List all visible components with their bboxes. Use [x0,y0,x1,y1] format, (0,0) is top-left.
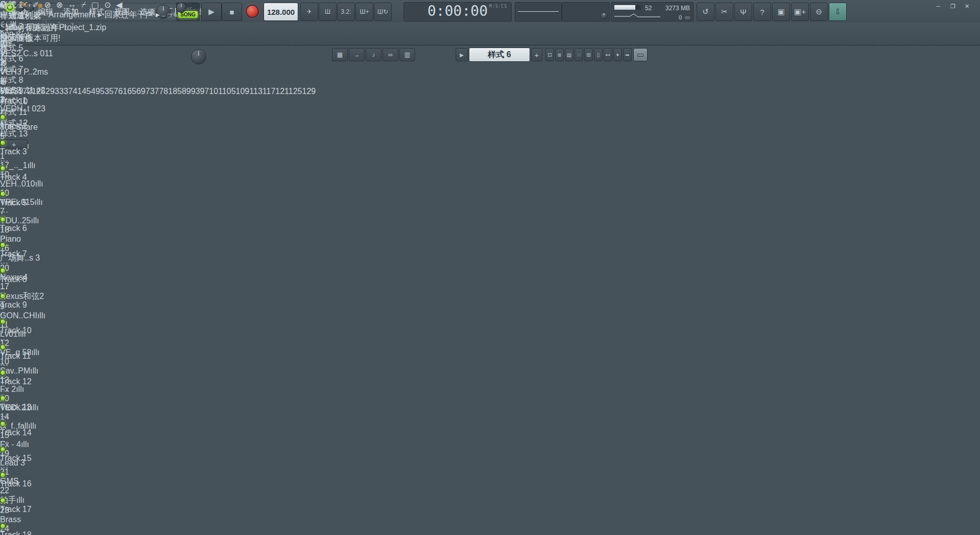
maximize-button[interactable]: ❐ [950,3,963,13]
mic-record-icon[interactable]: Ψ [734,3,752,21]
track-menu-dots[interactable]: ··· [0,131,444,140]
save-icon[interactable]: ▣ [772,3,790,21]
track-header-11[interactable]: Track 11··· [0,352,444,377]
auto-source-icon[interactable]: ⌁ [0,30,444,40]
project-info-icon[interactable]: ▯ [594,48,603,61]
track-enable-led[interactable] [0,191,6,197]
browser-icon[interactable]: ⊞ [584,48,593,61]
track-header-17[interactable]: Track 17··· [0,505,444,530]
track-menu-dots[interactable]: ··· [0,335,444,344]
track-enable-led[interactable] [0,319,6,324]
track-enable-led[interactable] [0,396,6,401]
zoom-icon[interactable]: ⊙ [104,0,111,10]
pattern-source-icon[interactable]: Ш [0,40,444,49]
track-header-8[interactable]: Track 8··· [0,275,444,300]
help-icon[interactable]: ? [753,3,771,21]
track-menu-dots[interactable]: ··· [0,412,444,421]
monitor-knob[interactable] [601,12,608,19]
timeline-ruler[interactable]: 5913172125293337414549535761656973778185… [0,87,444,96]
track-enable-led[interactable] [0,268,6,273]
ime-keyboard-icon[interactable]: ⌨ [0,39,12,49]
undo-icon[interactable]: ↺ [697,3,714,21]
cut-disabled-icon[interactable]: ✕ [0,58,444,67]
track-enable-led[interactable] [0,140,6,146]
save-new-icon[interactable]: ▣+ [791,3,809,21]
arrangement-name[interactable]: 回家过年干声 [104,10,153,19]
track-enable-led[interactable] [0,472,6,478]
ime-logo[interactable]: Q [0,0,12,9]
select-icon[interactable]: ▢ [91,0,99,10]
oscilloscope-panel[interactable] [515,2,562,21]
track-header-12[interactable]: Track 12··· [0,377,444,403]
track-menu-dots[interactable]: ··· [0,156,444,166]
track-header-6[interactable]: Track 6··· [0,224,444,249]
pl-maximize-button[interactable]: ❐ [168,13,172,18]
pattern-selector[interactable]: 样式 6 [469,48,530,62]
track-menu-dots[interactable]: ··· [0,463,444,472]
preview-icon[interactable]: ◀ [116,0,122,10]
track-menu-dots[interactable]: ··· [0,207,444,217]
track-header-13[interactable]: Track 13··· [0,403,444,428]
graph-editor-icon[interactable]: ≣ [555,48,564,61]
track-menu-dots[interactable]: ··· [0,514,444,523]
pencil-icon[interactable]: ✎ [20,0,27,10]
export-icon[interactable]: ➥ [623,48,632,61]
track-header-7[interactable]: Track 7··· [0,249,444,275]
track-menu-dots[interactable]: ··· [0,386,444,396]
pattern-add-button[interactable]: + [531,48,542,61]
track-enable-led[interactable] [0,344,6,350]
pl-minimize-button[interactable]: ─ [162,13,165,18]
track-enable-led[interactable] [0,523,6,529]
panic-button[interactable] [684,15,691,20]
track-menu-dots[interactable]: ··· [0,259,444,268]
track-menu-dots[interactable]: ··· [0,310,444,319]
track-header-15[interactable]: Track 15··· [0,454,444,479]
download-icon[interactable]: ⇩ [829,3,847,21]
close-button[interactable]: ✕ [965,3,977,13]
tools-icon[interactable]: ✦ [613,48,622,61]
output-monitor-panel[interactable] [562,2,610,21]
track-header-1[interactable]: Track 1··· [0,96,444,122]
ime-layout-icon[interactable]: ⚏ [0,49,12,58]
track-enable-led[interactable] [0,114,6,120]
track-header-9[interactable]: Track 9··· [0,300,444,326]
minimize-button[interactable]: ─ [936,3,948,13]
plugin-icon[interactable]: ⊷ [604,48,612,61]
track-menu-dots[interactable]: ··· [0,489,444,498]
ime-moon-icon[interactable]: ☾ [0,20,12,30]
check-disabled-icon[interactable]: ✓ [0,67,444,77]
track-header-10[interactable]: Track 10··· [0,326,444,352]
track-enable-led[interactable] [0,242,6,248]
track-menu-dots[interactable]: ··· [0,105,444,114]
mute-icon[interactable]: ⊗ [56,0,63,10]
track-menu-dots[interactable]: ··· [0,437,444,447]
track-menu-dots[interactable]: ··· [0,361,444,370]
channel-rack-icon[interactable]: ⊡ [545,48,554,61]
track-header-18[interactable]: Track 18··· [0,530,444,535]
ime-toolbar[interactable]: Q中☾”⌨⚏⚙ [0,0,12,68]
ime-punct-icon[interactable]: ” [0,30,12,39]
track-enable-led[interactable] [0,370,6,376]
track-enable-led[interactable] [0,421,6,427]
playlist-icon[interactable]: ▤ [565,48,573,61]
slice-icon[interactable]: ⌿ [81,0,86,10]
pattern-prev-button[interactable]: ▶ [456,48,468,61]
track-enable-led[interactable] [0,498,6,503]
pl-close-button[interactable]: ✕ [174,13,178,18]
track-header-14[interactable]: Track 14··· [0,428,444,454]
track-menu-dots[interactable]: ··· [0,284,444,293]
track-header-4[interactable]: Track 4··· [0,173,444,198]
delete-icon[interactable]: ⊘ [44,0,51,10]
track-header-16[interactable]: Track 16··· [0,479,444,505]
track-header-3[interactable]: Track 3··· [0,147,444,173]
mixer-icon[interactable]: ∷ [575,48,583,61]
track-enable-led[interactable] [0,447,6,452]
ime-lang-icon[interactable]: 中 [0,9,12,20]
touch-controller-button[interactable]: ▭ [633,48,648,61]
audio-source-icon[interactable]: ∿ [0,20,444,30]
track-enable-led[interactable] [0,166,6,171]
slip-icon[interactable]: ↔ [68,0,76,10]
ime-settings-icon[interactable]: ⚙ [0,58,12,68]
paint-icon[interactable]: ✐ [32,0,39,10]
playlist-title[interactable]: 播放列表 - Arrangement [9,10,96,19]
